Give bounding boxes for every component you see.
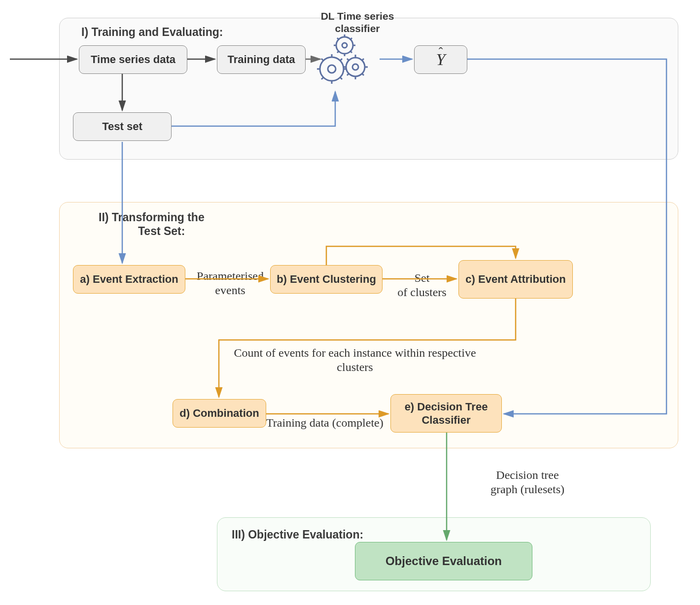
section-transforming-test-set — [59, 202, 678, 448]
svg-point-5 — [342, 43, 347, 48]
node-training-data: Training data — [217, 45, 306, 74]
section-3-title: III) Objective Evaluation: — [232, 528, 363, 541]
node-event-attribution: c) Event Attribution — [458, 260, 573, 299]
node-label: Training data — [228, 53, 295, 67]
dl-classifier-label: DL Time series classifier — [315, 10, 399, 34]
node-time-series-data: Time series data — [79, 45, 187, 74]
svg-point-3 — [352, 64, 358, 70]
node-combination: d) Combination — [173, 399, 266, 428]
node-objective-evaluation: Objective Evaluation — [355, 542, 532, 580]
y-hat-symbol: ˆ Y — [436, 49, 446, 70]
node-y-hat: ˆ Y — [414, 45, 467, 74]
svg-point-0 — [320, 57, 344, 81]
node-test-set: Test set — [73, 112, 172, 141]
gears-icon — [313, 34, 377, 88]
node-event-clustering: b) Event Clustering — [270, 265, 383, 294]
dl-label-line2: classifier — [335, 23, 380, 34]
edge-label-decision-tree-graph: Decision tree graph (rulesets) — [473, 468, 582, 497]
node-label: Test set — [102, 120, 142, 134]
section-1-title: I) Training and Evaluating: — [81, 26, 223, 39]
node-label: Objective Evaluation — [385, 554, 502, 569]
node-label: a) Event Extraction — [80, 272, 178, 286]
node-decision-tree-classifier: e) Decision Tree Classifier — [390, 394, 502, 433]
dtc-line1: e) Decision Tree — [405, 401, 488, 413]
node-label: Time series data — [91, 53, 175, 67]
node-label: c) Event Attribution — [465, 272, 565, 286]
node-label: b) Event Clustering — [277, 272, 376, 286]
y-hat-caret: ˆ — [439, 44, 443, 61]
section-2-title-line1: II) Transforming the — [99, 211, 205, 224]
dtc-line2: Classifier — [421, 414, 470, 426]
node-event-extraction: a) Event Extraction — [73, 265, 185, 294]
node-label: d) Combination — [179, 406, 259, 420]
section-2-title-line2: Test Set: — [138, 225, 185, 238]
edge-label-parameterised-events: Parameterised events — [188, 269, 272, 298]
edge-label-training-complete: Training data (complete) — [266, 416, 394, 430]
node-label: e) Decision Tree Classifier — [405, 400, 488, 427]
edge-label-count-of-events: Count of events for each instance within… — [207, 346, 503, 374]
dl-label-line1: DL Time series — [321, 10, 394, 22]
edge-label-set-of-clusters: Set of clusters — [392, 271, 452, 300]
svg-point-1 — [328, 65, 336, 73]
